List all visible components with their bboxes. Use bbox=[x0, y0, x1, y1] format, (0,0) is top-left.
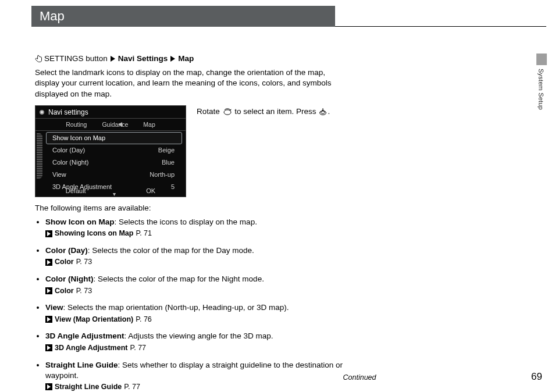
xref-arrow-icon bbox=[45, 259, 52, 266]
settings-button-icon bbox=[35, 55, 42, 63]
menu-item-show-icon: Show Icon on Map bbox=[46, 132, 182, 144]
breadcrumb-settings: SETTINGS button bbox=[44, 54, 108, 64]
page-title: Map bbox=[40, 8, 65, 25]
intro-paragraph: Select the landmark icons to display on … bbox=[35, 67, 349, 99]
rotate-dial-icon bbox=[223, 108, 232, 119]
title-rule bbox=[335, 26, 546, 27]
xref: Straight Line Guide P. 77 bbox=[45, 382, 349, 392]
breadcrumb-map: Map bbox=[178, 54, 194, 64]
side-tab: System Setup bbox=[536, 54, 547, 109]
page-number: 69 bbox=[531, 370, 542, 384]
navi-default-button: Default bbox=[66, 187, 86, 195]
rotate-instruction: Rotate to select an item. Press . bbox=[197, 105, 349, 119]
continued-label: Continued bbox=[173, 373, 546, 383]
menu-item-color-night: Color (Night) Blue bbox=[46, 156, 182, 169]
following-label: The following items are available: bbox=[35, 203, 349, 213]
svg-point-0 bbox=[224, 110, 231, 115]
list-item: 3D Angle Adjustment: Adjusts the viewing… bbox=[45, 331, 349, 352]
xref-arrow-icon bbox=[45, 344, 52, 351]
press-button-icon bbox=[319, 108, 327, 119]
tab-guidance: Guidance bbox=[102, 120, 128, 129]
xref: Color P. 73 bbox=[45, 257, 349, 267]
menu-item-color-day: Color (Day) Beige bbox=[46, 144, 182, 156]
side-tab-label: System Setup bbox=[536, 69, 545, 110]
scroll-knurl-icon bbox=[37, 133, 42, 179]
xref-arrow-icon bbox=[45, 383, 52, 390]
svg-point-2 bbox=[321, 111, 325, 113]
tab-map: Map bbox=[143, 120, 155, 129]
navi-settings-screenshot: Navi settings Routing Guidance Map Show … bbox=[35, 105, 186, 197]
gear-icon bbox=[39, 109, 45, 115]
list-item: View: Selects the map orientation (North… bbox=[45, 302, 349, 324]
xref-arrow-icon bbox=[45, 287, 52, 294]
list-item: Color (Night): Selects the color of the … bbox=[45, 274, 349, 295]
xref: View (Map Orientation) P. 76 bbox=[45, 315, 349, 325]
page-title-bar: Map bbox=[31, 6, 335, 27]
breadcrumb-navi: Navi Settings bbox=[118, 54, 168, 64]
breadcrumb-arrow-icon bbox=[111, 56, 115, 62]
breadcrumb-arrow-icon bbox=[170, 56, 175, 62]
xref: Color P. 73 bbox=[45, 286, 349, 296]
xref: 3D Angle Adjustment P. 77 bbox=[45, 343, 349, 353]
xref-arrow-icon bbox=[45, 230, 52, 237]
list-item: Show Icon on Map: Selects the icons to d… bbox=[45, 217, 349, 238]
xref-arrow-icon bbox=[45, 316, 52, 323]
breadcrumb: SETTINGS button Navi Settings Map bbox=[35, 54, 349, 64]
tab-arrow-left-icon bbox=[118, 122, 122, 127]
list-item: Color (Day): Selects the color of the ma… bbox=[45, 245, 349, 267]
navi-tabs: Routing Guidance Map bbox=[35, 119, 186, 130]
side-tab-marker bbox=[536, 54, 547, 65]
tab-routing: Routing bbox=[66, 120, 87, 129]
items-list: Show Icon on Map: Selects the icons to d… bbox=[35, 217, 349, 392]
navi-header: Navi settings bbox=[48, 108, 88, 117]
xref: Showing Icons on Map P. 71 bbox=[45, 229, 349, 238]
svg-point-1 bbox=[320, 111, 326, 115]
navi-ok-button: OK bbox=[146, 187, 155, 195]
menu-item-view: View North-up bbox=[46, 169, 182, 181]
